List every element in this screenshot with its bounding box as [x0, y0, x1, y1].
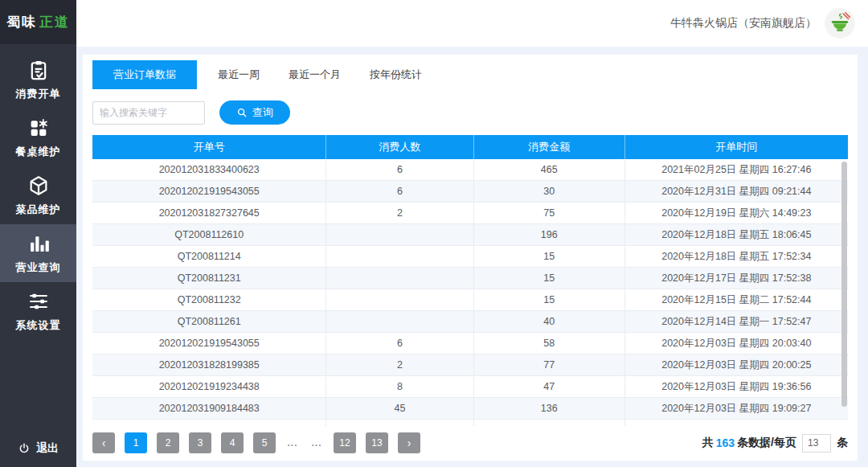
table-cell: 202012031828199385 [92, 354, 326, 375]
table-cell: 196 [474, 224, 625, 245]
power-icon [18, 442, 31, 455]
column-header: 开单号 [92, 135, 326, 159]
tab-business-orders[interactable]: 营业订单数据 [92, 60, 197, 89]
sidebar-item-system-settings[interactable]: 系统设置 [0, 282, 76, 340]
unit-label: 条 [837, 436, 848, 450]
pagination-page-5[interactable]: 5 [253, 432, 276, 453]
table-cell [625, 420, 848, 426]
pagination-next-button[interactable]: › [398, 432, 420, 453]
table-cell: QT200811231 [92, 268, 326, 289]
table-cell: 15 [474, 246, 625, 267]
logout-button[interactable]: 退出 [0, 441, 76, 456]
table-cell: QT200811214 [92, 246, 326, 267]
sidebar-item-table-maintain[interactable]: 餐桌维护 [0, 109, 76, 166]
pagination-page-2[interactable]: 2 [157, 432, 179, 453]
logo-text-primary: 蜀味 [6, 13, 37, 31]
table-cell: 202012031909184483 [92, 398, 326, 419]
search-row: 查询 [92, 100, 848, 125]
page-size-input[interactable] [802, 434, 831, 453]
sidebar-item-label: 系统设置 [16, 318, 61, 333]
table-cell: 2020年12月15日 星期二 17:52:44 [625, 289, 848, 310]
table-cell: QT2008112610 [92, 224, 326, 245]
table-cell [326, 420, 473, 426]
topbar: 牛牪犇火锅店（安南旗舰店） [76, 0, 868, 47]
sidebar-item-dish-maintain[interactable]: 菜品维护 [0, 166, 76, 224]
sidebar: 蜀味 正道 消费开单餐桌维护菜品维护营业查询系统设置 退出 [0, 0, 76, 467]
total-prefix: 共 [702, 436, 714, 450]
table-row: 2020120318281993852772020年12月03日 星期四 20:… [92, 354, 848, 376]
logo-text-accent: 正道 [39, 13, 70, 31]
table-row: QT200811214152020年12月18日 星期五 17:52:34 [92, 246, 848, 268]
bar-chart-icon [27, 232, 50, 255]
column-header: 开单时间 [625, 135, 848, 159]
table-cell: QT200811261 [92, 311, 326, 332]
table-cell [474, 420, 625, 426]
table-cell: 136 [474, 398, 625, 419]
tab-bar: 营业订单数据最近一周最近一个月按年份统计 [92, 60, 848, 89]
table-cell: 77 [474, 354, 625, 375]
table-row: 2020120318273276452752020年12月19日 星期六 14:… [92, 203, 848, 224]
table-cell: 6 [326, 181, 473, 202]
table-cell: 15 [474, 268, 625, 289]
pagination-page-12[interactable]: 12 [334, 432, 356, 453]
table-cell: 202012021919543055 [92, 333, 326, 354]
logout-label: 退出 [36, 441, 59, 456]
table-row: QT200811261402020年12月14日 星期一 17:52:47 [92, 311, 848, 333]
table-cell: 58 [474, 333, 625, 354]
tab-by-year[interactable]: 按年份统计 [370, 60, 422, 89]
search-icon [236, 107, 248, 118]
table-cell: 2020年12月18日 星期五 17:52:34 [625, 246, 848, 267]
search-button[interactable]: 查询 [219, 100, 290, 125]
table-cell: 2020年12月14日 星期一 17:52:47 [625, 311, 848, 332]
tab-last-week[interactable]: 最近一周 [218, 60, 260, 89]
table-row: QT200811232152020年12月15日 星期二 17:52:44 [92, 289, 848, 311]
table-cell: 6 [326, 333, 473, 354]
table-cell: 2020年12月18日 星期五 18:06:45 [625, 224, 848, 245]
table-cell: 2020年12月03日 星期四 19:09:27 [625, 398, 848, 419]
table-header: 开单号消费人数消费金额开单时间 [92, 135, 848, 159]
pagination-page-4[interactable]: 4 [221, 432, 244, 453]
pagination-page-13[interactable]: 13 [366, 432, 388, 453]
table-cell: 2021年02月25日 星期四 16:27:46 [625, 159, 848, 180]
tab-last-month[interactable]: 最近一个月 [289, 60, 341, 89]
table-scrollbar[interactable] [841, 162, 847, 407]
record-count-info: 共 163 条数据/每页 条 [702, 434, 848, 453]
table-cell: 30 [474, 181, 625, 202]
pagination-ellipsis: ... [285, 437, 300, 449]
bottom-row: ‹12345......1213› 共 163 条数据/每页 条 [92, 432, 848, 454]
table-cell: 2020年12月03日 星期四 20:03:40 [625, 333, 848, 354]
orders-table: 开单号消费人数消费金额开单时间 202012031833400623646520… [92, 135, 848, 426]
content-panel: 营业订单数据最近一周最近一个月按年份统计 查询 开单号消费人数消费金额开单时间 … [83, 55, 858, 461]
table-cell: 2020年12月03日 星期四 19:36:56 [625, 376, 848, 397]
total-suffix: 条数据/每页 [737, 436, 796, 450]
table-cell: 2020年12月17日 星期四 17:52:38 [625, 268, 848, 289]
table-cell: 202012031827327645 [92, 203, 326, 223]
search-input[interactable] [92, 101, 205, 125]
store-name: 牛牪犇火锅店（安南旗舰店） [670, 16, 817, 31]
table-cell: 75 [474, 203, 625, 223]
pagination: ‹12345......1213› [92, 432, 420, 453]
pagination-page-3[interactable]: 3 [189, 432, 211, 453]
sidebar-item-label: 营业查询 [16, 260, 61, 275]
table-row: 20201203183340062364652021年02月25日 星期四 16… [92, 159, 848, 181]
pagination-prev-button[interactable]: ‹ [92, 432, 115, 453]
pagination-page-1[interactable]: 1 [125, 432, 147, 453]
table-row: 2020120219195430556582020年12月03日 星期四 20:… [92, 333, 848, 354]
table-row: QT200811231152020年12月17日 星期四 17:52:38 [92, 268, 848, 289]
sidebar-item-label: 餐桌维护 [16, 145, 61, 159]
table-cell: 6 [326, 159, 473, 180]
table-cell: 202012021919543055 [92, 181, 326, 202]
table-cell: 40 [474, 311, 625, 332]
table-cell: 465 [474, 159, 625, 180]
table-cell: 2020年12月03日 星期四 20:00:25 [625, 354, 848, 375]
table-cell: 2020年12月19日 星期六 14:49:23 [625, 203, 848, 223]
column-header: 消费人数 [326, 135, 473, 159]
table-cell: 2020年12月31日 星期四 09:21:44 [625, 181, 848, 202]
table-cell: 45 [326, 398, 473, 419]
column-header: 消费金额 [474, 135, 625, 159]
total-count: 163 [716, 436, 735, 449]
sidebar-item-business-query[interactable]: 营业查询 [0, 224, 76, 282]
sidebar-item-open-order[interactable]: 消费开单 [0, 51, 76, 109]
table-body: 20201203183340062364652021年02月25日 星期四 16… [92, 159, 848, 426]
tables-gear-icon [27, 117, 50, 139]
